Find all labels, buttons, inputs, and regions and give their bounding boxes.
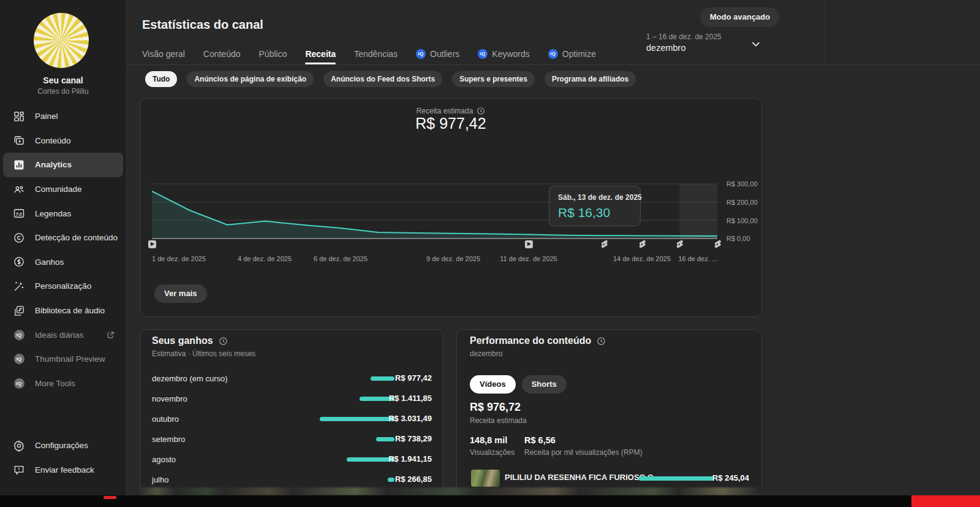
chevron-down-icon[interactable] bbox=[749, 37, 763, 51]
y-axis-tick: R$ 200,00 bbox=[726, 199, 763, 206]
sidebar-item-enviar-feedback[interactable]: Enviar feedback bbox=[0, 458, 126, 482]
content-icon bbox=[12, 134, 26, 147]
x-axis-tick: 16 de dez. ... bbox=[678, 255, 717, 262]
shorts-marker-icon[interactable] bbox=[638, 239, 646, 249]
earnings-row[interactable]: agosto R$ 1.941,15 bbox=[140, 449, 443, 470]
estimated-revenue-card: Receita estimada R$ 977,42 R$ 300,00 R$ … bbox=[140, 98, 762, 317]
date-picker[interactable]: 1 – 16 de dez. de 2025 dezembro bbox=[646, 32, 769, 53]
tab-receita[interactable]: Receita bbox=[305, 43, 336, 64]
sidebar-item-label: Thumbnail Preview bbox=[35, 354, 105, 364]
metric-value: R$ 977,42 bbox=[140, 115, 761, 132]
month-label: outubro bbox=[152, 414, 179, 424]
sidebar-item-legendas[interactable]: Legendas bbox=[0, 201, 126, 226]
month-label: dezembro (em curso) bbox=[152, 374, 228, 383]
earnings-row[interactable]: setembro R$ 738,29 bbox=[140, 429, 443, 449]
card-subtitle: dezembro bbox=[470, 349, 502, 358]
clock-icon bbox=[477, 107, 485, 115]
card-title: Performance do conteúdo bbox=[470, 335, 591, 346]
date-panel-divider bbox=[824, 0, 824, 64]
advanced-mode-button[interactable]: Modo avançado bbox=[700, 7, 780, 27]
monetization-icon bbox=[12, 256, 26, 268]
filter-chips: Tudo Anúncios de página de exibição Anún… bbox=[145, 71, 636, 87]
video-marker-icon[interactable] bbox=[148, 239, 156, 249]
chip-tudo[interactable]: Tudo bbox=[145, 71, 177, 87]
month-label: novembro bbox=[152, 394, 187, 403]
tab-keywords[interactable]: iQKeywords bbox=[478, 43, 529, 64]
avatar-face bbox=[45, 22, 77, 59]
tab-tendencias[interactable]: Tendências bbox=[354, 43, 398, 64]
sidebar-item-thumbnail-preview[interactable]: iQ Thumbnail Preview bbox=[0, 347, 126, 372]
sidebar-item-label: Painel bbox=[35, 112, 58, 121]
card-title: Seus ganhos bbox=[152, 335, 213, 346]
sidebar-item-label: Ideais diárias bbox=[35, 330, 84, 340]
sidebar-item-ideais-diarias[interactable]: iQ Ideais diárias bbox=[0, 322, 126, 347]
see-more-button[interactable]: Ver mais bbox=[154, 284, 207, 303]
bottom-red-block bbox=[911, 495, 980, 507]
sidebar-item-label: Detecção de conteúdo bbox=[35, 233, 118, 242]
x-axis-tick: 1 de dez. de 2025 bbox=[152, 255, 206, 262]
sidebar-item-conteudo[interactable]: Conteúdo bbox=[0, 129, 126, 153]
sidebar-nav: Painel Conteúdo Analytics Comunidade Leg… bbox=[0, 104, 126, 395]
y-axis-tick: R$ 300,00 bbox=[726, 180, 763, 188]
chip-anuncios-pagina-exibicao[interactable]: Anúncios de página de exibição bbox=[187, 71, 314, 87]
video-thumbnail[interactable] bbox=[471, 470, 500, 487]
sidebar-item-configuracoes[interactable]: Configurações bbox=[0, 433, 126, 458]
shorts-marker-icon[interactable] bbox=[713, 239, 722, 249]
bottom-black-bar bbox=[0, 495, 980, 507]
iq-badge-icon: iQ bbox=[416, 49, 426, 59]
sidebar-item-deteccao-de-conteudo[interactable]: Detecção de conteúdo bbox=[0, 226, 126, 250]
earnings-value: R$ 738,29 bbox=[395, 434, 432, 443]
tabbar-divider bbox=[126, 64, 980, 65]
y-axis-tick: R$ 100,00 bbox=[726, 217, 763, 224]
shorts-marker-icon[interactable] bbox=[675, 239, 684, 249]
chart-tooltip: Sáb., 13 de dez. de 2025 R$ 16,30 bbox=[549, 186, 641, 226]
external-link-icon bbox=[106, 330, 115, 340]
tab-outliers[interactable]: iQOutliers bbox=[416, 43, 459, 64]
timeline-markers bbox=[140, 239, 761, 249]
copyright-icon bbox=[12, 232, 26, 244]
x-axis-tick: 14 de dez. de 2025 bbox=[613, 255, 671, 262]
sidebar-item-biblioteca-de-audio[interactable]: Biblioteca de áudio bbox=[0, 299, 126, 323]
chip-supers-presentes[interactable]: Supers e presentes bbox=[452, 71, 535, 87]
rpm-label: Receita por mil visualizações (RPM) bbox=[524, 448, 643, 457]
gear-icon bbox=[12, 440, 26, 452]
tab-publico[interactable]: Público bbox=[259, 43, 287, 64]
metric-label: Receita estimada bbox=[417, 107, 473, 115]
sidebar-item-painel[interactable]: Painel bbox=[0, 104, 126, 129]
subtitles-icon bbox=[12, 207, 26, 219]
shorts-toggle[interactable]: Shorts bbox=[522, 375, 567, 394]
tab-optimize[interactable]: iQOptimize bbox=[548, 43, 596, 64]
tooltip-value: R$ 16,30 bbox=[558, 205, 631, 220]
video-marker-icon[interactable] bbox=[524, 239, 533, 249]
tab-visao-geral[interactable]: Visão geral bbox=[142, 43, 185, 64]
channel-avatar[interactable] bbox=[34, 13, 89, 68]
clock-icon bbox=[597, 337, 606, 346]
tab-conteudo[interactable]: Conteúdo bbox=[203, 43, 241, 64]
chip-anuncios-feed-shorts[interactable]: Anúncios do Feed dos Shorts bbox=[323, 71, 442, 87]
earnings-row[interactable]: outubro R$ 3.031,49 bbox=[140, 409, 443, 429]
video-revenue-value: R$ 245,04 bbox=[712, 473, 749, 482]
sidebar-item-analytics[interactable]: Analytics bbox=[3, 153, 123, 177]
sidebar-item-personalizacao[interactable]: Personalização bbox=[0, 274, 126, 299]
rpm-value: R$ 6,56 bbox=[524, 435, 556, 445]
shorts-marker-icon[interactable] bbox=[600, 239, 608, 249]
sidebar-item-more-tools[interactable]: iQ More Tools bbox=[0, 372, 126, 396]
sidebar-item-comunidade[interactable]: Comunidade bbox=[0, 177, 126, 202]
sidebar-item-ganhos[interactable]: Ganhos bbox=[0, 250, 126, 275]
sidebar-item-label: Biblioteca de áudio bbox=[35, 306, 105, 315]
month-label: julho bbox=[152, 475, 168, 484]
tooltip-date: Sáb., 13 de dez. de 2025 bbox=[558, 193, 631, 202]
community-icon bbox=[12, 183, 26, 196]
iq-badge-icon: iQ bbox=[548, 49, 558, 59]
sidebar-item-label: Comunidade bbox=[35, 185, 82, 194]
iq-badge-icon: iQ bbox=[478, 49, 488, 59]
earnings-row[interactable]: novembro R$ 1.411,85 bbox=[140, 389, 443, 409]
month-label: agosto bbox=[152, 455, 176, 464]
card-subtitle: Estimativa · Últimos seis meses bbox=[152, 349, 255, 358]
iq-badge-icon: iQ bbox=[12, 378, 26, 389]
chip-programa-afiliados[interactable]: Programa de afiliados bbox=[545, 71, 636, 87]
videos-toggle[interactable]: Vídeos bbox=[470, 375, 516, 394]
month-label: setembro bbox=[152, 435, 185, 444]
analytics-tabs: Visão geral Conteúdo Público Receita Ten… bbox=[142, 43, 596, 64]
earnings-row[interactable]: dezembro (em curso) R$ 977,42 bbox=[140, 368, 443, 389]
